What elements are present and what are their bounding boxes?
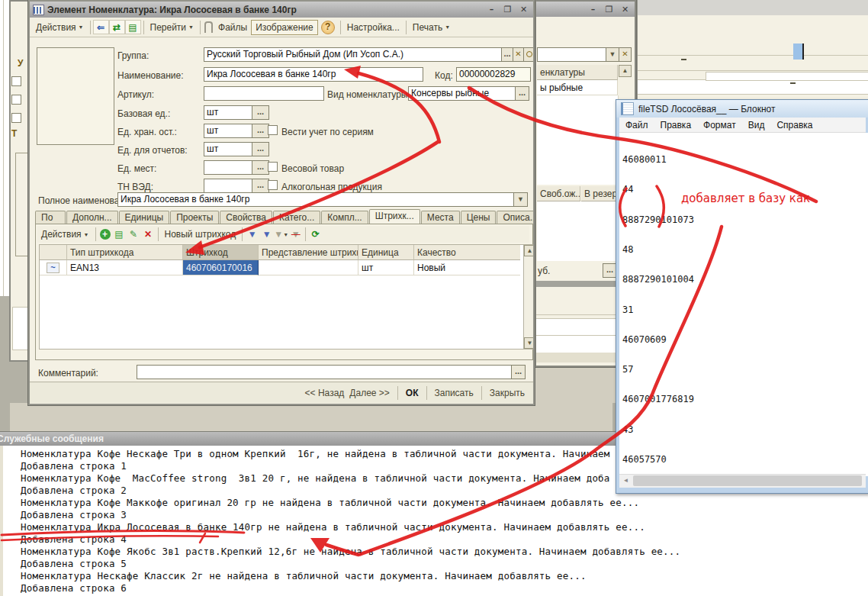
weight-checkbox[interactable] — [268, 162, 278, 172]
log-line-highlighted[interactable]: Номенклатура Икра Лососевая в банке 140г… — [21, 521, 868, 533]
tab-sets[interactable]: Компл... — [321, 211, 368, 224]
base-unit-field[interactable]: шт — [204, 105, 252, 120]
report-unit-select-button[interactable]: ... — [252, 142, 269, 156]
scroll-left-button[interactable]: ◄ — [619, 475, 632, 487]
print-button[interactable]: Печать ▼ — [409, 21, 454, 34]
report-unit-field[interactable]: шт — [204, 142, 252, 156]
scroll-down-button[interactable]: ▼ — [524, 337, 535, 349]
table-scrollbar[interactable]: ▲ ▼ — [523, 244, 535, 350]
actions-button[interactable]: Действия ▼ — [32, 21, 88, 34]
copy-row-icon[interactable]: ▤ — [112, 228, 127, 241]
settings-button[interactable]: Настройка... — [343, 21, 403, 34]
code-field[interactable]: 00000002829 — [456, 67, 531, 82]
tab-properties[interactable]: Свойства — [220, 211, 272, 224]
log-line[interactable]: Добавлена строка 3 — [21, 509, 868, 521]
barcode-actions-button[interactable]: Действия ▼ — [37, 227, 93, 241]
place-unit-select-button[interactable]: ... — [252, 160, 269, 175]
table-row[interactable]: ы рыбные — [537, 80, 618, 95]
header-barcode[interactable]: Штрихкод — [183, 245, 259, 260]
comment-field[interactable] — [137, 365, 512, 379]
edit-row-icon[interactable]: ✎ — [127, 228, 141, 241]
copy-icon[interactable]: ▤ — [125, 20, 141, 34]
files-button[interactable]: Файлы — [214, 21, 251, 34]
column-header[interactable]: енклатуры — [537, 65, 618, 80]
scroll-up-button[interactable]: ▲ — [524, 245, 535, 256]
column-header-free[interactable]: Своб.ож... — [537, 186, 580, 201]
close-button[interactable]: Закрыть — [484, 386, 530, 400]
log-line[interactable]: Добавлена строка 5 — [21, 558, 868, 570]
cell-quality[interactable]: Новый — [414, 260, 520, 275]
barcode-table-row[interactable]: ~ EAN13 4607060170016 шт Новый — [40, 260, 523, 275]
tab-default[interactable]: По ум... — [35, 211, 66, 224]
maximize-button[interactable]: ❐ — [501, 4, 514, 15]
menu-help[interactable]: Справка — [770, 120, 818, 130]
cell-unit[interactable]: шт — [358, 260, 414, 275]
item-picture-box[interactable] — [37, 47, 114, 145]
log-line[interactable]: Номенклатура Нескафе Классик 2г не найде… — [21, 570, 868, 582]
group-clear-button[interactable]: ✕ — [513, 47, 524, 62]
filter-clear-icon[interactable]: ▼ — [288, 228, 303, 241]
name-field[interactable]: Икра Лососевая в банке 140гр — [204, 67, 423, 82]
scrollbar-thumb[interactable] — [633, 475, 862, 486]
tnved-field[interactable] — [204, 179, 252, 193]
base-unit-select-button[interactable]: ... — [252, 105, 269, 120]
header-type[interactable]: Тип штрихкода — [67, 245, 183, 260]
cell-representation[interactable] — [259, 260, 358, 275]
minimize-button[interactable]: – — [485, 4, 498, 15]
header-representation[interactable]: Представление штрихк... — [259, 245, 358, 260]
filter-settings-icon[interactable]: ▼ — [245, 228, 259, 241]
notepad-titlebar[interactable]: fileTSD Лососёвая__ — Блокнот — [616, 100, 868, 118]
log-line[interactable]: Добавлена строка 4 — [21, 533, 868, 546]
combo-clear-button[interactable]: ✕ — [619, 47, 632, 62]
kind-field[interactable]: Консервы рыбные — [408, 86, 516, 101]
tab-units[interactable]: Единицы — [119, 211, 170, 224]
minimize-button[interactable]: – — [587, 4, 600, 15]
cell-type[interactable]: EAN13 — [67, 260, 183, 275]
kind-select-button[interactable]: ... — [515, 86, 529, 101]
full-name-dropdown-button[interactable]: ▼ — [513, 192, 528, 207]
log-line[interactable]: Добавлена строка 6 — [21, 582, 868, 594]
refresh-icon[interactable]: ⟳ — [308, 228, 323, 241]
tab-places[interactable]: Места ... — [421, 211, 460, 224]
next-button[interactable]: Далее >> — [349, 386, 395, 400]
filter-menu-icon[interactable]: ▼ ▼ — [274, 228, 288, 241]
add-row-icon[interactable]: + — [100, 229, 111, 240]
close-button[interactable]: ✕ — [619, 4, 632, 15]
dialog-titlebar[interactable]: Элемент Номенклатура: Икра Лососевая в б… — [30, 2, 533, 18]
tab-prices[interactable]: Цены ... — [461, 211, 497, 224]
filter-checkbox[interactable] — [11, 113, 21, 123]
filter-by-value-icon[interactable]: ▼ — [259, 228, 274, 241]
tnved-select-button[interactable]: ... — [252, 179, 269, 193]
alcohol-checkbox[interactable] — [268, 180, 278, 190]
tab-additional[interactable]: Дополн... — [66, 211, 117, 224]
storage-unit-select-button[interactable]: ... — [252, 124, 269, 138]
goto-button[interactable]: Перейти ▼ — [146, 21, 198, 34]
combo-field[interactable] — [537, 47, 609, 62]
article-field[interactable] — [204, 86, 324, 101]
tab-description[interactable]: Описа... — [497, 211, 535, 224]
close-button[interactable]: ✕ — [517, 4, 530, 15]
group-field[interactable]: Русский Торговый Рыбный Дом (Ип Усоп С.А… — [204, 47, 502, 62]
log-line[interactable]: Номенклатура Кофе Маккофе оригинал 20 гр… — [21, 497, 868, 509]
menu-format[interactable]: Формат — [697, 120, 742, 130]
series-checkbox[interactable] — [268, 125, 278, 135]
group-select-button[interactable]: ... — [501, 47, 513, 62]
tab-projects[interactable]: Проекты — [170, 211, 219, 224]
menu-file[interactable]: Файл — [619, 120, 654, 130]
delete-row-icon[interactable]: ✕ — [141, 228, 156, 241]
tab-barcodes[interactable]: Штрихк... — [369, 209, 420, 224]
combo-dropdown-button[interactable]: ▼ — [606, 47, 619, 62]
back-button[interactable]: << Назад — [300, 386, 350, 400]
image-button[interactable]: Изображение — [251, 20, 318, 35]
place-unit-field[interactable] — [204, 160, 252, 175]
refresh-icon[interactable]: ⇄ — [109, 20, 125, 34]
cell-barcode-selected[interactable]: 4607060170016 — [183, 260, 259, 275]
tab-categories[interactable]: Катего... — [273, 211, 320, 224]
new-barcode-button[interactable]: Новый штрихкод — [161, 227, 240, 241]
log-line[interactable]: Номенклатура Кофе Якобс 3в1 раств.Крепки… — [21, 546, 868, 558]
notepad-text-area[interactable]: 46080011 44 8887290101073 48 88872901010… — [619, 133, 868, 476]
maximize-button[interactable]: ❐ — [603, 4, 616, 15]
full-name-combo[interactable]: Икра Лососевая в банке 140гр — [117, 192, 516, 207]
filter-checkbox[interactable] — [11, 76, 21, 86]
ok-button[interactable]: ОК — [400, 386, 424, 400]
